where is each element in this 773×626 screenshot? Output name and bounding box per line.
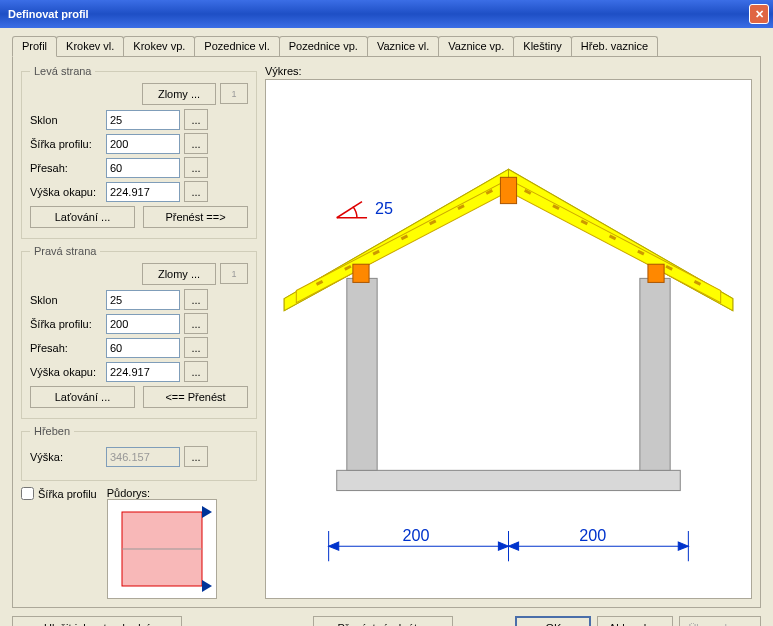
group-left-side: Levá strana Zlomy ... 1 Sklon ... Šířka …	[21, 65, 257, 239]
tab-profil[interactable]: Profil	[12, 36, 57, 57]
label-sirka-profilu: Šířka profilu	[38, 488, 97, 500]
dim-left-text: 200	[402, 526, 429, 544]
input-right-presah[interactable]	[106, 338, 180, 358]
prenest-left-button[interactable]: <== Přenést	[143, 386, 248, 408]
svg-marker-10	[296, 179, 508, 302]
dots-right-sklon[interactable]: ...	[184, 289, 208, 310]
dots-left-presah[interactable]: ...	[184, 157, 208, 178]
ok-button[interactable]: OK	[515, 616, 591, 626]
legend-right: Pravá strana	[30, 245, 100, 257]
input-left-sklon[interactable]	[106, 110, 180, 130]
tab-vaznice-vl[interactable]: Vaznice vl.	[367, 36, 439, 56]
tab-pozednice-vp[interactable]: Pozednice vp.	[279, 36, 368, 56]
title-text: Definovat profil	[8, 8, 89, 20]
input-right-sirka[interactable]	[106, 314, 180, 334]
svg-marker-37	[509, 542, 519, 550]
dots-ridge-vyska[interactable]: ...	[184, 446, 208, 467]
svg-marker-2	[202, 506, 212, 518]
svg-marker-38	[678, 542, 688, 550]
label-left-sirka: Šířka profilu:	[30, 138, 106, 150]
title-bar: Definovat profil ✕	[0, 0, 773, 28]
angle-text: 25	[375, 199, 393, 217]
label-ridge-vyska: Výška:	[30, 451, 106, 463]
input-left-presah[interactable]	[106, 158, 180, 178]
svg-marker-11	[509, 179, 721, 302]
dots-right-sirka[interactable]: ...	[184, 313, 208, 334]
label-drawing: Výkres:	[265, 65, 752, 77]
dots-left-sirka[interactable]: ...	[184, 133, 208, 154]
apply-button: Übernehmen	[679, 616, 761, 626]
close-icon[interactable]: ✕	[749, 4, 769, 24]
group-ridge: Hřeben Výška: ...	[21, 425, 257, 481]
svg-marker-35	[329, 542, 339, 550]
zlomy-left-button[interactable]: Zlomy ...	[142, 83, 216, 105]
svg-marker-36	[498, 542, 508, 550]
cancel-button[interactable]: Abbrechen	[597, 616, 673, 626]
zlomy-left-spinner[interactable]: 1	[220, 83, 248, 104]
svg-rect-5	[347, 278, 377, 470]
dots-left-vyska[interactable]: ...	[184, 181, 208, 202]
drawing-area: 25 200 200	[265, 79, 752, 599]
dots-left-sklon[interactable]: ...	[184, 109, 208, 130]
svg-line-30	[337, 202, 362, 218]
label-right-sirka: Šířka profilu:	[30, 318, 106, 330]
input-left-vyska[interactable]	[106, 182, 180, 202]
tab-pozednice-vl[interactable]: Pozednice vl.	[194, 36, 279, 56]
input-right-sklon[interactable]	[106, 290, 180, 310]
label-left-sklon: Sklon	[30, 114, 106, 126]
checkbox-sirka-profilu[interactable]	[21, 487, 34, 500]
legend-ridge: Hřeben	[30, 425, 74, 437]
legend-left: Levá strana	[30, 65, 95, 77]
dots-right-vyska[interactable]: ...	[184, 361, 208, 382]
label-right-presah: Přesah:	[30, 342, 106, 354]
group-right-side: Pravá strana Zlomy ... 1 Sklon ... Šířka…	[21, 245, 257, 419]
svg-rect-6	[640, 278, 670, 470]
zlomy-right-spinner[interactable]: 1	[220, 263, 248, 284]
svg-rect-27	[353, 264, 369, 282]
zlomy-right-button[interactable]: Zlomy ...	[142, 263, 216, 285]
input-right-vyska[interactable]	[106, 362, 180, 382]
label-left-presah: Přesah:	[30, 162, 106, 174]
transfer-multi-button[interactable]: Přenést vícekrát ...	[313, 616, 453, 626]
label-right-vyska: Výška okapu:	[30, 366, 106, 378]
latovani-right-button[interactable]: Laťování ...	[30, 386, 135, 408]
label-pudorys: Půdorys:	[107, 487, 217, 499]
floorplan-preview	[107, 499, 217, 599]
tab-krokev-vl[interactable]: Krokev vl.	[56, 36, 124, 56]
tab-vaznice-vp[interactable]: Vaznice vp.	[438, 36, 514, 56]
svg-marker-3	[202, 580, 212, 592]
input-ridge-vyska	[106, 447, 180, 467]
dim-right-text: 200	[579, 526, 606, 544]
save-standard-button[interactable]: Uložit jako standardní	[12, 616, 182, 626]
tab-krokev-vp[interactable]: Krokev vp.	[123, 36, 195, 56]
prenest-right-button[interactable]: Přenést ==>	[143, 206, 248, 228]
label-right-sklon: Sklon	[30, 294, 106, 306]
input-left-sirka[interactable]	[106, 134, 180, 154]
tab-hreb-vaznice[interactable]: Hřeb. vaznice	[571, 36, 658, 56]
svg-rect-4	[337, 470, 681, 490]
svg-rect-26	[500, 177, 516, 203]
tab-strip: Profil Krokev vl. Krokev vp. Pozednice v…	[12, 36, 761, 57]
label-left-vyska: Výška okapu:	[30, 186, 106, 198]
svg-rect-28	[648, 264, 664, 282]
dots-right-presah[interactable]: ...	[184, 337, 208, 358]
tab-klestiny[interactable]: Kleštiny	[513, 36, 572, 56]
latovani-left-button[interactable]: Laťování ...	[30, 206, 135, 228]
